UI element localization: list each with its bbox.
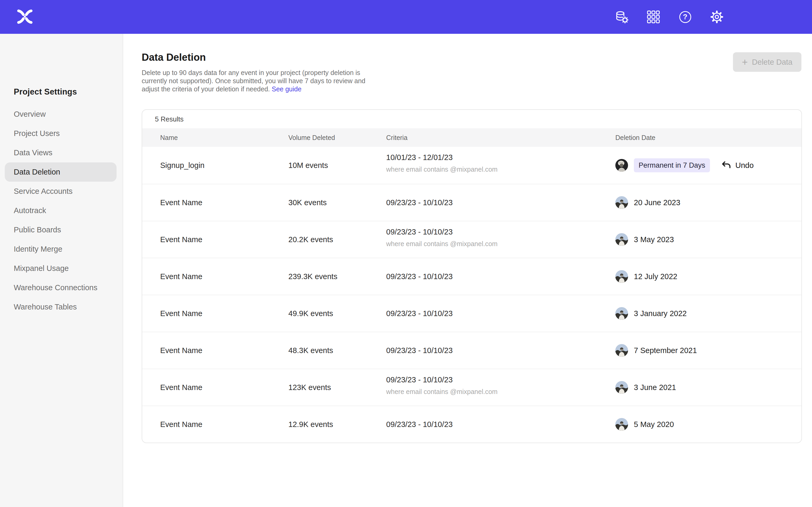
table-row: Event Name 20.2K events 09/23/23 - 10/10…: [142, 221, 801, 258]
avatar: [615, 381, 628, 394]
avatar: [615, 196, 628, 209]
delete-data-label: Delete Data: [752, 58, 793, 66]
avatar: [615, 418, 628, 431]
deletion-table-card: 5 Results Name Volume Deleted Criteria D…: [142, 109, 802, 443]
deletion-date: 20 June 2023: [634, 198, 680, 207]
settings-icon[interactable]: [710, 10, 724, 24]
row-criteria: 10/01/23 - 12/01/23 where email contains…: [386, 153, 498, 173]
sidebar-item-service-accounts[interactable]: Service Accounts: [5, 182, 116, 201]
sidebar-item-warehouse-tables[interactable]: Warehouse Tables: [5, 297, 116, 317]
status-badge: Permanent in 7 Days: [634, 158, 710, 172]
column-header-volume: Volume Deleted: [288, 134, 335, 142]
column-header-deletion-date: Deletion Date: [615, 134, 655, 142]
sidebar-nav: Overview Project Users Data Views Data D…: [5, 105, 116, 317]
deletion-date: 3 May 2023: [634, 235, 674, 244]
column-header-criteria: Criteria: [386, 134, 408, 142]
sidebar-item-public-boards[interactable]: Public Boards: [5, 220, 116, 239]
row-volume: 30K events: [288, 198, 327, 207]
topbar: [0, 0, 812, 34]
deletion-date: 12 July 2022: [634, 272, 677, 281]
row-name: Event Name: [160, 383, 202, 392]
row-volume: 123K events: [288, 383, 331, 392]
topbar-icons: [615, 0, 724, 34]
mixpanel-logo[interactable]: [16, 9, 33, 24]
row-name: Signup_login: [160, 161, 205, 170]
table-row: Signup_login 10M events 10/01/23 - 12/01…: [142, 147, 801, 184]
sidebar-item-project-users[interactable]: Project Users: [5, 124, 116, 143]
avatar: [615, 159, 628, 172]
question-mark-glyph: [679, 11, 691, 23]
sidebar-item-identity-merge[interactable]: Identity Merge: [5, 239, 116, 259]
row-name: Event Name: [160, 272, 202, 281]
row-volume: 10M events: [288, 161, 328, 170]
row-criteria: 09/23/23 - 10/10/23: [386, 309, 453, 318]
row-criteria: 09/23/23 - 10/10/23: [386, 420, 453, 429]
avatar: [615, 233, 628, 246]
undo-label: Undo: [735, 161, 754, 170]
avatar: [615, 270, 628, 283]
page-title: Data Deletion: [142, 52, 206, 63]
deletion-date: 3 January 2022: [634, 309, 687, 318]
sidebar: Project Settings Overview Project Users …: [0, 34, 123, 507]
results-count: 5 Results: [142, 110, 801, 128]
delete-data-button[interactable]: Delete Data: [733, 52, 801, 72]
table-row: Event Name 239.3K events 09/23/23 - 10/1…: [142, 258, 801, 295]
sidebar-item-overview[interactable]: Overview: [5, 105, 116, 124]
row-name: Event Name: [160, 346, 202, 355]
table-row: Event Name 123K events 09/23/23 - 10/10/…: [142, 369, 801, 406]
row-name: Event Name: [160, 235, 202, 244]
row-criteria: 09/23/23 - 10/10/23 where email contains…: [386, 376, 498, 396]
sidebar-item-warehouse-connections[interactable]: Warehouse Connections: [5, 278, 116, 297]
sidebar-item-autotrack[interactable]: Autotrack: [5, 201, 116, 220]
row-volume: 49.9K events: [288, 309, 333, 318]
description-line: currently not supported). Once submitted…: [142, 77, 406, 85]
row-criteria: 09/23/23 - 10/10/23: [386, 272, 453, 281]
table-row: Event Name 12.9K events 09/23/23 - 10/10…: [142, 406, 801, 443]
avatar: [615, 344, 628, 357]
deletion-date: 3 June 2021: [634, 383, 676, 392]
apps-grid-icon[interactable]: [647, 10, 660, 24]
row-name: Event Name: [160, 198, 202, 207]
page-description: Delete up to 90 days data for any event …: [142, 69, 406, 93]
table-row: Event Name 48.3K events 09/23/23 - 10/10…: [142, 332, 801, 369]
sidebar-item-data-views[interactable]: Data Views: [5, 143, 116, 162]
undo-icon: [721, 160, 732, 171]
row-criteria: 09/23/23 - 10/10/23 where email contains…: [386, 228, 498, 248]
undo-button[interactable]: Undo: [721, 160, 754, 171]
sidebar-item-mixpanel-usage[interactable]: Mixpanel Usage: [5, 259, 116, 278]
plus-icon: [742, 57, 748, 67]
row-volume: 20.2K events: [288, 235, 333, 244]
table-header: Name Volume Deleted Criteria Deletion Da…: [142, 128, 801, 147]
table-row: Event Name 30K events 09/23/23 - 10/10/2…: [142, 184, 801, 221]
sidebar-item-data-deletion[interactable]: Data Deletion: [5, 162, 116, 182]
table-row: Event Name 49.9K events 09/23/23 - 10/10…: [142, 295, 801, 332]
description-line: Delete up to 90 days data for any event …: [142, 69, 406, 77]
description-line: adjust the criteria of your deletion if …: [142, 85, 272, 93]
data-management-icon[interactable]: [615, 10, 628, 24]
deletion-date: 7 September 2021: [634, 346, 697, 355]
see-guide-link[interactable]: See guide: [272, 85, 302, 93]
help-icon[interactable]: [678, 10, 692, 24]
row-criteria: 09/23/23 - 10/10/23: [386, 198, 453, 207]
row-criteria: 09/23/23 - 10/10/23: [386, 346, 453, 355]
row-volume: 239.3K events: [288, 272, 337, 281]
deletion-date: 5 May 2020: [634, 420, 674, 429]
row-volume: 48.3K events: [288, 346, 333, 355]
row-volume: 12.9K events: [288, 420, 333, 429]
row-name: Event Name: [160, 309, 202, 318]
column-header-name: Name: [160, 134, 178, 142]
avatar: [615, 307, 628, 320]
row-name: Event Name: [160, 420, 202, 429]
sidebar-heading: Project Settings: [14, 87, 77, 97]
